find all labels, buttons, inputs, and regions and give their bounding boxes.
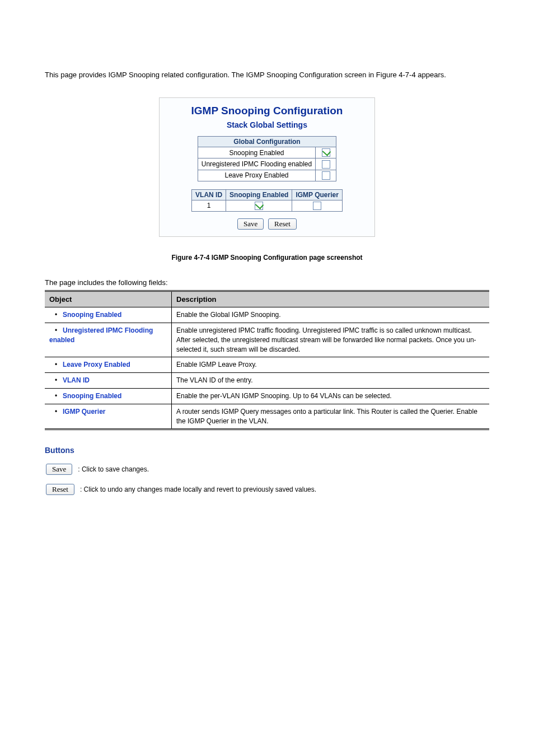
vlan-querier-checkbox[interactable]	[313, 202, 321, 210]
snooping-enabled-checkbox[interactable]	[322, 148, 330, 157]
reset-desc: : Click to undo any changes made locally…	[80, 486, 316, 493]
leave-proxy-checkbox[interactable]	[322, 171, 330, 180]
global-row-label: Unregistered IPMC Flooding enabled	[198, 158, 315, 170]
global-row-label: Leave Proxy Enabled	[198, 170, 315, 181]
vlan-col-id: VLAN ID	[192, 189, 226, 200]
obj-cell: •Snooping Enabled	[45, 307, 172, 323]
buttons-header: Buttons	[45, 446, 489, 455]
desc-cell: Enable the Global IGMP Snooping.	[172, 307, 490, 323]
description-table: Object Description •Snooping Enabled Ena…	[45, 290, 489, 430]
save-button[interactable]: Save	[237, 218, 264, 230]
global-config-table: Global Configuration Snooping Enabled Un…	[198, 136, 336, 181]
obj-cell: •IGMP Querier	[45, 404, 172, 430]
reset-button-sample[interactable]: Reset	[46, 484, 74, 495]
obj-cell: •Leave Proxy Enabled	[45, 357, 172, 373]
desc-cell: Enable IGMP Leave Proxy.	[172, 357, 490, 373]
save-button-sample[interactable]: Save	[46, 464, 72, 475]
pre-text: This page provides IGMP Snooping related…	[45, 70, 489, 81]
vlan-snooping-checkbox[interactable]	[255, 202, 263, 210]
panel-title: IGMP Snooping Configuration	[165, 105, 369, 117]
vlan-col-snoop: Snooping Enabled	[226, 189, 292, 200]
panel-subtitle: Stack Global Settings	[165, 120, 369, 129]
col-object: Object	[45, 291, 172, 307]
vlan-col-querier: IGMP Querier	[292, 189, 342, 200]
obj-cell: •Unregistered IPMC Flooding enabled	[45, 323, 172, 357]
obj-cell: •VLAN ID	[45, 373, 172, 389]
desc-cell: The VLAN ID of the entry.	[172, 373, 490, 389]
vlan-table: VLAN ID Snooping Enabled IGMP Querier 1	[191, 189, 343, 212]
config-panel: IGMP Snooping Configuration Stack Global…	[159, 97, 375, 237]
desc-intro: The page includes the following fields:	[45, 278, 489, 287]
desc-cell: Enable unregistered IPMC traffic floodin…	[172, 323, 490, 357]
figure-caption: Figure 4-7-4 IGMP Snooping Configuration…	[45, 254, 489, 262]
desc-cell: Enable the per-VLAN IGMP Snooping. Up to…	[172, 388, 490, 404]
vlan-id-cell: 1	[192, 200, 226, 211]
global-config-header: Global Configuration	[198, 136, 336, 147]
desc-cell: A router sends IGMP Query messages onto …	[172, 404, 490, 430]
reset-button[interactable]: Reset	[268, 218, 297, 230]
save-desc: : Click to save changes.	[78, 465, 149, 473]
obj-cell: •Snooping Enabled	[45, 388, 172, 404]
col-description: Description	[172, 291, 490, 307]
ipmc-flooding-checkbox[interactable]	[322, 160, 330, 169]
global-row-label: Snooping Enabled	[198, 147, 315, 158]
